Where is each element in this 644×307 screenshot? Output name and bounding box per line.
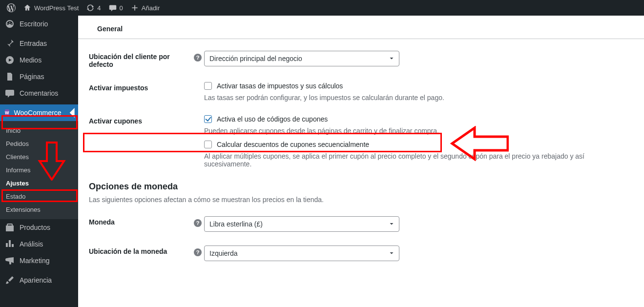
select-currency[interactable]: Libra esterlina (£)	[204, 216, 399, 232]
admin-bar: WordPress Test 4 0 Añadir	[0, 0, 644, 16]
pin-icon	[5, 39, 15, 48]
help-text-coupons-2: Al aplicar múltiples cupones, se aplica …	[204, 152, 633, 168]
add-new-label: Añadir	[142, 4, 160, 12]
site-title: WordPress Test	[34, 4, 79, 12]
sub-item-reports[interactable]: Informes	[0, 164, 78, 177]
refresh-icon	[86, 4, 94, 12]
comment-icon	[5, 88, 15, 98]
select-value: Izquierda	[209, 249, 238, 257]
checkbox-enable-coupons-input[interactable]	[204, 115, 212, 123]
sub-item-orders[interactable]: Pedidos	[0, 137, 78, 150]
settings-form: Ubicación del cliente por defecto ? Dire…	[78, 39, 644, 294]
sub-item-settings[interactable]: Ajustes	[0, 177, 78, 190]
sidebar-item-label: Productos	[20, 224, 50, 231]
currency-section-title: Opciones de moneda	[89, 182, 633, 192]
comments-count: 0	[120, 4, 123, 12]
select-currency-position[interactable]: Izquierda	[204, 246, 399, 261]
sidebar-item-label: Medios	[20, 56, 42, 64]
woocommerce-submenu: Inicio Pedidos Clientes Informes Ajustes…	[0, 121, 78, 219]
chevron-left-icon	[66, 108, 76, 118]
sidebar-item-label: Marketing	[20, 257, 49, 265]
checkbox-sequential-coupons[interactable]: Calcular descuentos de cupones secuencia…	[204, 141, 633, 148]
select-value: Dirección principal del negocio	[209, 55, 302, 62]
admin-sidebar: Escritorio Entradas Medios Páginas Comen…	[0, 16, 78, 307]
label-enable-coupons: Activar cupones	[89, 115, 191, 125]
sidebar-item-posts[interactable]: Entradas	[0, 35, 78, 52]
dashboard-icon	[5, 19, 15, 29]
media-icon	[5, 55, 15, 65]
checkbox-enable-taxes[interactable]: Activar tasas de impuestos y sus cálculo…	[204, 82, 633, 90]
checkbox-label: Activa el uso de códigos de cupones	[217, 115, 328, 123]
plus-icon	[131, 4, 139, 12]
product-icon	[5, 223, 15, 232]
updates-link[interactable]: 4	[83, 0, 104, 16]
brush-icon	[5, 275, 15, 285]
sidebar-item-label: Comentarios	[20, 89, 58, 97]
help-text-coupons-1: Pueden aplicarse cupones desde las págin…	[204, 127, 633, 135]
sidebar-item-label: WooCommerce	[14, 109, 62, 117]
sub-item-home[interactable]: Inicio	[0, 124, 78, 137]
checkbox-label: Activar tasas de impuestos y sus cálculo…	[217, 82, 343, 90]
checkbox-enable-taxes-input[interactable]	[204, 82, 212, 90]
sidebar-item-label: Entradas	[20, 40, 47, 47]
label-currency-position: Ubicación de la moneda	[89, 246, 191, 255]
megaphone-icon	[5, 256, 15, 266]
main-content: General Ubicación del cliente por defect…	[78, 16, 644, 307]
chevron-down-icon	[388, 55, 395, 62]
sidebar-item-woocommerce[interactable]: W WooCommerce	[0, 104, 78, 121]
sidebar-item-label: Escritorio	[20, 20, 48, 28]
sidebar-item-appearance[interactable]: Apariencia	[0, 272, 78, 288]
comments-link[interactable]: 0	[105, 0, 127, 16]
home-icon	[23, 4, 31, 12]
sub-item-customers[interactable]: Clientes	[0, 150, 78, 164]
woocommerce-icon: W	[5, 109, 9, 116]
chevron-down-icon	[388, 250, 395, 257]
sidebar-item-marketing[interactable]: Marketing	[0, 252, 78, 269]
currency-section-desc: Las siguientes opciones afectan a cómo s…	[89, 196, 633, 204]
select-default-customer-location[interactable]: Dirección principal del negocio	[204, 51, 399, 66]
sidebar-item-dashboard[interactable]: Escritorio	[0, 16, 78, 32]
label-default-customer-location: Ubicación del cliente por defecto	[89, 51, 191, 68]
select-value: Libra esterlina (£)	[209, 220, 263, 228]
sidebar-item-label: Apariencia	[20, 276, 52, 284]
sidebar-item-media[interactable]: Medios	[0, 52, 78, 68]
settings-tabs: General	[78, 16, 644, 39]
help-icon[interactable]: ?	[194, 219, 202, 227]
sidebar-item-label: Páginas	[20, 73, 44, 81]
tab-general[interactable]: General	[88, 20, 132, 39]
add-new-link[interactable]: Añadir	[127, 0, 164, 16]
help-icon[interactable]: ?	[194, 248, 202, 256]
sidebar-item-pages[interactable]: Páginas	[0, 68, 78, 85]
sidebar-item-products[interactable]: Productos	[0, 219, 78, 236]
sidebar-item-analytics[interactable]: Análisis	[0, 236, 78, 252]
sidebar-item-label: Análisis	[20, 240, 43, 248]
chart-icon	[5, 239, 15, 249]
checkbox-label: Calcular descuentos de cupones secuencia…	[217, 141, 369, 148]
updates-count: 4	[97, 4, 101, 12]
checkbox-enable-coupons[interactable]: Activa el uso de códigos de cupones	[204, 115, 633, 123]
chevron-down-icon	[388, 221, 395, 227]
site-title-link[interactable]: WordPress Test	[20, 0, 83, 16]
help-text-taxes: Las tasas ser podrán configurar, y los i…	[204, 94, 633, 102]
sub-item-status[interactable]: Estado	[0, 190, 78, 203]
sub-item-extensions[interactable]: Extensiones	[0, 203, 78, 216]
label-currency: Moneda	[89, 216, 191, 226]
label-enable-taxes: Activar impuestos	[89, 82, 191, 92]
comment-icon	[109, 4, 117, 12]
sidebar-item-comments[interactable]: Comentarios	[0, 85, 78, 102]
checkbox-sequential-coupons-input[interactable]	[204, 141, 212, 148]
page-icon	[5, 72, 15, 82]
help-icon[interactable]: ?	[194, 54, 202, 61]
wp-logo[interactable]	[3, 0, 20, 16]
